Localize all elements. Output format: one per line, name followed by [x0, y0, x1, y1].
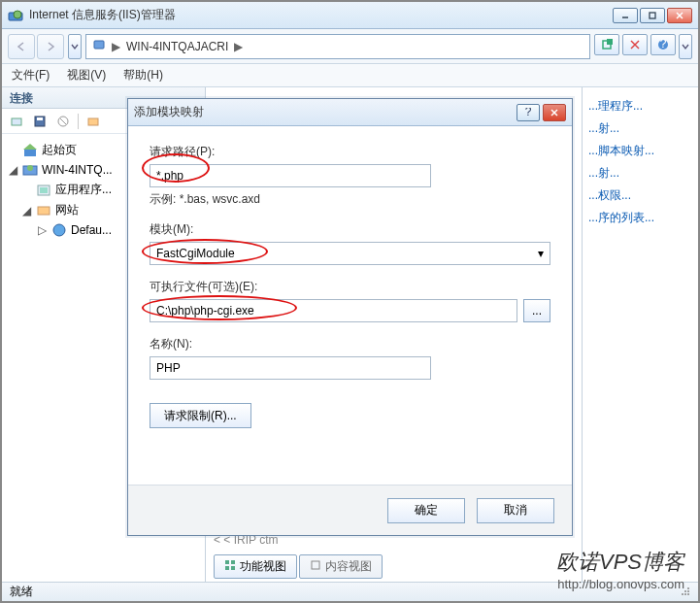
window-titlebar: Internet 信息服务(IIS)管理器 [2, 2, 698, 29]
watermark: 欧诺VPS博客 http://blog.onovps.com [556, 548, 684, 591]
add-module-mapping-dialog: 添加模块映射 ? 请求路径(P): 示例: *.bas, wsvc.axd 模块… [127, 98, 573, 536]
ok-button[interactable]: 确定 [387, 498, 465, 523]
watermark-title: 欧诺VPS博客 [556, 548, 684, 577]
svg-point-35 [684, 590, 686, 592]
tab-label: 功能视图 [240, 558, 286, 575]
tree-label: 起始页 [42, 142, 77, 158]
browse-executable-button[interactable]: ... [523, 299, 550, 322]
maximize-button[interactable] [640, 8, 665, 23]
svg-point-34 [682, 593, 683, 595]
tab-feature-view[interactable]: 功能视图 [214, 554, 297, 579]
tree-label: 应用程序... [55, 182, 112, 198]
svg-rect-15 [37, 117, 43, 120]
svg-point-25 [53, 224, 65, 236]
action-link[interactable]: ...序的列表... [588, 207, 692, 229]
breadcrumb[interactable]: ▶ WIN-4INTQAJACRI ▶ [85, 34, 590, 59]
request-limits-button[interactable]: 请求限制(R)... [150, 403, 251, 428]
dialog-title: 添加模块映射 [134, 104, 517, 120]
request-path-input[interactable] [150, 164, 431, 187]
help-button[interactable]: ? [650, 34, 676, 55]
svg-point-1 [14, 11, 21, 18]
action-link[interactable]: ...射... [588, 117, 692, 140]
up-level-icon[interactable] [84, 113, 102, 130]
dialog-close-button[interactable] [543, 104, 566, 121]
svg-rect-8 [607, 39, 613, 45]
back-button[interactable] [8, 34, 35, 59]
action-link[interactable]: ...射... [588, 162, 692, 184]
svg-text:?: ? [660, 39, 667, 50]
collapse-icon[interactable]: ◢ [21, 205, 32, 216]
svg-point-36 [687, 587, 689, 589]
collapse-icon[interactable]: ◢ [8, 165, 18, 176]
close-button[interactable] [667, 8, 692, 23]
svg-rect-6 [94, 41, 104, 49]
chevron-right-icon: ▶ [234, 40, 243, 53]
stop-button[interactable] [622, 34, 648, 55]
tab-content-view[interactable]: 内容视图 [299, 554, 383, 579]
window-title: Internet 信息服务(IIS)管理器 [29, 7, 613, 23]
svg-line-17 [60, 118, 66, 124]
svg-rect-29 [231, 566, 235, 570]
server-icon [92, 38, 106, 54]
module-select[interactable]: FastCgiModule ▾ [150, 242, 550, 265]
action-link[interactable]: ...脚本映射... [588, 140, 692, 162]
forward-button[interactable] [37, 34, 64, 59]
svg-rect-3 [650, 13, 655, 18]
action-link[interactable]: ...权限... [588, 184, 692, 207]
save-icon[interactable] [31, 113, 49, 130]
menu-view[interactable]: 视图(V) [67, 67, 106, 84]
label-name: 名称(N): [150, 336, 550, 352]
action-link[interactable]: ...理程序... [588, 95, 692, 117]
mapping-name-input[interactable] [150, 356, 431, 380]
module-selected-value: FastCgiModule [156, 247, 235, 260]
svg-rect-27 [231, 560, 235, 564]
dialog-help-button[interactable]: ? [517, 104, 540, 121]
dialog-titlebar: 添加模块映射 ? [128, 99, 572, 126]
server-icon [22, 162, 38, 178]
refresh-split-button[interactable] [594, 34, 619, 55]
menu-file[interactable]: 文件(F) [12, 67, 50, 84]
status-text: 就绪 [10, 584, 33, 600]
svg-point-33 [687, 590, 689, 592]
help-dropdown[interactable] [679, 34, 692, 59]
delete-icon[interactable] [54, 113, 72, 130]
tree-label: 网站 [55, 202, 79, 218]
sites-icon [36, 203, 51, 218]
content-view-icon [310, 559, 321, 574]
svg-rect-18 [88, 118, 98, 125]
svg-point-31 [687, 593, 689, 595]
svg-point-32 [684, 593, 686, 595]
menu-help[interactable]: 帮助(H) [123, 67, 163, 84]
svg-text:?: ? [525, 108, 532, 117]
expand-icon[interactable]: ▷ [37, 225, 48, 236]
tree-label: Defau... [71, 223, 112, 237]
address-bar: ▶ WIN-4INTQAJACRI ▶ ? [2, 29, 698, 64]
svg-rect-24 [38, 207, 50, 215]
tree-label: WIN-4INTQ... [42, 163, 113, 177]
svg-rect-26 [225, 560, 229, 564]
feature-view-icon [224, 559, 236, 574]
svg-rect-23 [40, 187, 48, 193]
label-request-path: 请求路径(P): [150, 144, 550, 160]
chevron-down-icon: ▾ [538, 247, 544, 260]
tab-label: 内容视图 [325, 558, 372, 575]
menu-bar: 文件(F) 视图(V) 帮助(H) [2, 64, 698, 87]
dialog-footer: 确定 取消 [128, 485, 572, 535]
svg-rect-19 [24, 149, 36, 156]
svg-rect-28 [225, 566, 229, 570]
breadcrumb-server[interactable]: WIN-4INTQAJACRI [126, 40, 228, 53]
label-module: 模块(M): [150, 221, 550, 238]
history-dropdown[interactable] [68, 34, 82, 59]
svg-point-21 [27, 165, 33, 171]
chevron-right-icon: ▶ [112, 40, 120, 53]
connect-icon[interactable] [8, 113, 25, 130]
actions-pane: ...理程序... ...射... ...脚本映射... ...射... ...… [582, 87, 698, 582]
minimize-button[interactable] [613, 8, 638, 23]
label-executable: 可执行文件(可选)(E): [150, 279, 550, 295]
executable-input[interactable] [150, 299, 517, 322]
apppool-icon [36, 183, 51, 198]
example-hint: 示例: *.bas, wsvc.axd [150, 191, 550, 208]
site-icon [51, 222, 67, 238]
home-icon [22, 143, 38, 158]
cancel-button[interactable]: 取消 [477, 498, 554, 523]
